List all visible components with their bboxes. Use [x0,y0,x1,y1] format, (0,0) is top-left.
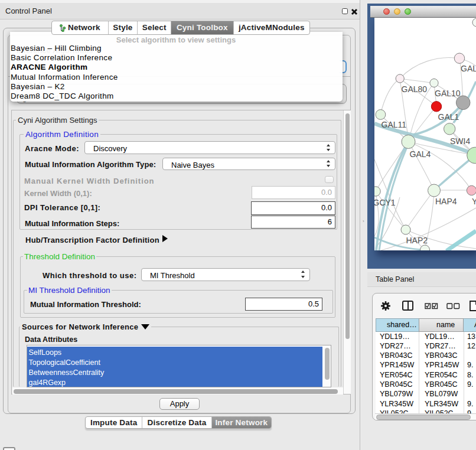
svg-text:HAP2: HAP2 [406,236,428,245]
svg-text:GAL1: GAL1 [438,112,459,122]
svg-text:SWI4: SWI4 [450,136,470,146]
svg-text:GCY1: GCY1 [374,198,396,207]
svg-text:GAL11: GAL11 [382,120,407,129]
svg-text:GAL: GAL [461,64,476,73]
svg-text:GAL4: GAL4 [410,149,431,159]
svg-text:GAL10: GAL10 [435,89,461,98]
svg-text:HAP4: HAP4 [435,197,457,206]
svg-text:Y: Y [472,197,476,206]
svg-text:GAL80: GAL80 [402,84,428,94]
